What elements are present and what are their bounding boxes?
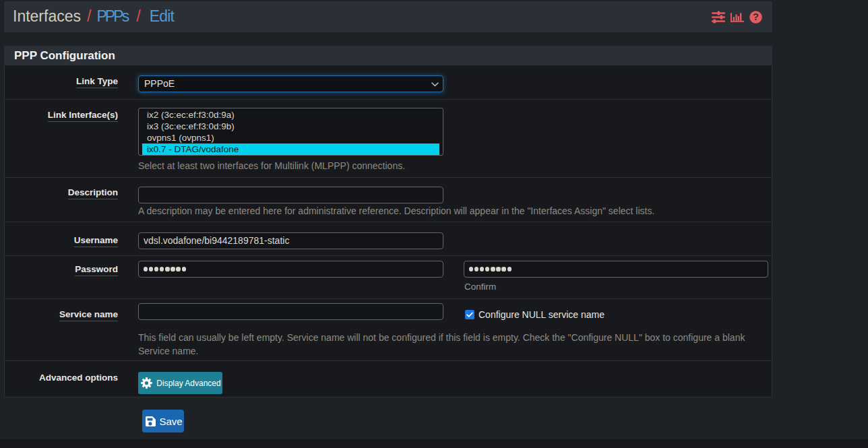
svg-text:?: ? [753,11,759,22]
